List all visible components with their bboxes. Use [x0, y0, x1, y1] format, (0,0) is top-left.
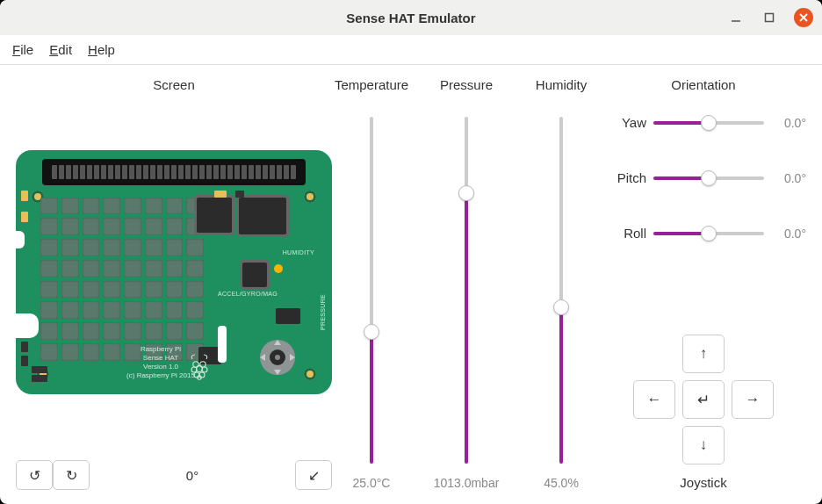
- close-button[interactable]: [794, 8, 813, 27]
- roll-value: 0.0°: [771, 227, 806, 241]
- humidity-title: Humidity: [536, 77, 587, 92]
- svg-point-9: [191, 367, 197, 372]
- pitch-slider[interactable]: [653, 176, 764, 180]
- board-joystick-icon: [258, 338, 297, 377]
- board-label-humidity: HUMIDITY: [283, 249, 314, 256]
- joystick-enter-button[interactable]: ↵: [682, 380, 725, 419]
- svg-point-13: [199, 372, 205, 378]
- screen-title: Screen: [153, 77, 195, 92]
- humidity-slider[interactable]: [559, 117, 563, 464]
- sense-hat-board: HUMIDITY PRESSURE ACCEL/GYRO/MAG: [16, 150, 332, 394]
- board-label-imu: ACCEL/GYRO/MAG: [218, 291, 278, 297]
- menubar: File Edit Help: [0, 35, 822, 65]
- chip-icon: [276, 308, 300, 324]
- led-matrix-icon: [40, 198, 204, 361]
- temperature-slider[interactable]: [370, 117, 373, 464]
- titlebar: Sense HAT Emulator: [0, 0, 822, 35]
- maximize-button[interactable]: [761, 9, 778, 26]
- roll-slider[interactable]: [653, 232, 764, 235]
- svg-point-11: [197, 365, 203, 371]
- joystick-right-button[interactable]: →: [732, 380, 774, 419]
- joystick-up-button[interactable]: ↑: [682, 335, 725, 373]
- raspberry-pi-logo-icon: [188, 352, 211, 380]
- joystick-down-button[interactable]: ↓: [682, 426, 725, 464]
- orientation-title: Orientation: [601, 77, 806, 92]
- pitch-label: Pitch: [601, 170, 646, 185]
- rotation-value: 0°: [90, 468, 295, 483]
- menu-file[interactable]: File: [12, 42, 33, 57]
- joystick-left-button[interactable]: ←: [633, 380, 675, 419]
- roll-label: Roll: [601, 226, 646, 241]
- pitch-value: 0.0°: [771, 171, 806, 185]
- gpio-header-icon: [42, 159, 306, 185]
- menu-help[interactable]: Help: [88, 42, 115, 57]
- svg-point-6: [275, 355, 280, 360]
- joystick-title: Joystick: [601, 475, 806, 490]
- yaw-label: Yaw: [601, 115, 646, 130]
- temperature-value: 25.0°C: [353, 476, 391, 490]
- chip-icon: [239, 198, 286, 234]
- temperature-title: Temperature: [335, 77, 408, 92]
- menu-edit[interactable]: Edit: [49, 42, 72, 57]
- board-label-pressure: PRESSURE: [320, 294, 326, 330]
- window-title: Sense HAT Emulator: [0, 11, 822, 25]
- chip-icon: [197, 198, 232, 233]
- chip-icon: [242, 263, 267, 287]
- collapse-button[interactable]: ↙: [295, 460, 332, 490]
- pressure-value: 1013.0mbar: [434, 476, 500, 490]
- rotate-cw-button[interactable]: ↻: [53, 460, 90, 490]
- humidity-value: 45.0%: [544, 476, 579, 490]
- yaw-slider[interactable]: [653, 121, 764, 125]
- svg-point-10: [202, 367, 207, 372]
- yaw-value: 0.0°: [771, 116, 806, 130]
- svg-rect-1: [766, 14, 774, 22]
- minimize-button[interactable]: [727, 9, 745, 26]
- svg-point-12: [194, 372, 199, 378]
- rotate-ccw-button[interactable]: ↺: [16, 460, 53, 490]
- pressure-title: Pressure: [440, 77, 493, 92]
- joystick-pad: ↑ ← ↵ → ↓: [601, 335, 806, 464]
- pressure-slider[interactable]: [465, 117, 468, 464]
